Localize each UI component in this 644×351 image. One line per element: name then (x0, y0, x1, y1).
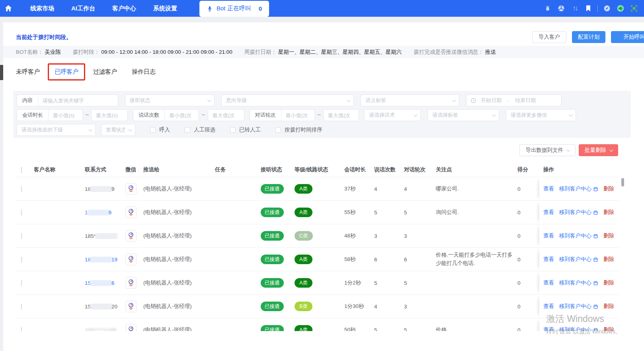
session-duration-max-input[interactable] (92, 112, 127, 118)
cell-grade: A类 (295, 278, 344, 288)
nav-item[interactable]: 系统设置 (153, 5, 177, 12)
filter-checkbox[interactable]: 人工筛选 (185, 126, 215, 133)
megaphone-icon[interactable] (616, 4, 625, 13)
row-checkbox[interactable] (21, 280, 22, 286)
intent-level-select[interactable]: 意向等级 (221, 94, 354, 106)
checkbox-icon[interactable] (275, 127, 281, 133)
view-link[interactable]: 查看 (543, 209, 554, 216)
script-select[interactable]: 请选择话术 (364, 109, 421, 121)
row-checkbox[interactable] (21, 304, 22, 310)
cell-phone: 189 (85, 186, 125, 192)
checkbox-icon[interactable] (185, 127, 190, 133)
weekdays-label: 周拨打日期： (244, 49, 277, 56)
export-data-button[interactable]: 导出数据到文件 (519, 144, 576, 156)
android-icon[interactable] (543, 4, 552, 13)
move-to-customer-center-link[interactable]: 移到客户中心 (559, 209, 598, 216)
delete-link[interactable]: 删除 (603, 279, 614, 286)
more-wechat-select[interactable]: 请选择更多微信 (506, 109, 576, 121)
aperture-icon[interactable] (557, 4, 566, 13)
move-to-customer-center-link[interactable]: 移到客户中心 (559, 185, 598, 192)
session-duration-min-input[interactable] (49, 112, 82, 118)
wechat-app-logo-icon[interactable] (125, 253, 137, 265)
nav-item[interactable]: AI工作台 (71, 5, 95, 12)
nav-item[interactable]: 客户中心 (112, 5, 136, 12)
tab[interactable]: 操作日志 (132, 68, 156, 76)
row-checkbox[interactable] (21, 210, 22, 216)
checkbox-label: 已转人工 (239, 126, 261, 133)
view-link[interactable]: 查看 (543, 303, 554, 310)
cell-grade: A类 (295, 255, 344, 264)
view-link[interactable]: 查看 (543, 232, 554, 239)
row-checkbox[interactable] (21, 233, 22, 239)
select-all-checkbox[interactable] (21, 167, 22, 173)
delete-link[interactable]: 删除 (603, 256, 614, 263)
talk-count-min-input[interactable] (165, 112, 199, 118)
move-to-customer-center-link[interactable]: 移到客户中心 (559, 256, 598, 263)
row-checkbox[interactable] (21, 327, 22, 331)
checkbox-icon[interactable] (150, 127, 156, 133)
push-subordinate-select[interactable]: 请选择推送的下级 (17, 124, 96, 136)
grade-badge: A类 (295, 208, 312, 217)
move-to-customer-center-link[interactable]: 移到客户中心 (559, 279, 598, 286)
checkbox-icon[interactable] (230, 127, 236, 133)
clock-icon (470, 98, 476, 104)
tab[interactable]: 已呼客户 (55, 68, 78, 76)
home-icon[interactable] (4, 4, 13, 13)
import-customers-button[interactable]: 导入客户 (532, 31, 566, 43)
move-to-customer-center-link[interactable]: 移到客户中心 (559, 232, 598, 239)
wechat-app-logo-icon[interactable] (125, 230, 137, 242)
view-link[interactable]: 查看 (543, 256, 554, 263)
answer-status-badge: 已接通 (261, 184, 284, 194)
date-range-picker[interactable]: 开始日期 - 结束日期 (466, 94, 562, 106)
delete-link[interactable]: 删除 (603, 303, 614, 310)
cell-focus: 哪家公司. (436, 185, 517, 193)
wechat-app-logo-icon[interactable] (125, 183, 137, 195)
view-link[interactable]: 查看 (543, 279, 554, 286)
keyword-input[interactable] (38, 98, 118, 104)
view-link[interactable]: 查看 (543, 185, 554, 192)
compass-icon[interactable] (603, 4, 611, 13)
filter-checkbox[interactable]: 呼入 (150, 126, 170, 133)
move-to-customer-center-link[interactable]: 移到客户中心 (559, 326, 598, 331)
cell-phone: 1520 (85, 304, 125, 310)
nav-item[interactable]: 线索市场 (30, 5, 54, 12)
wechat-app-logo-icon[interactable] (125, 300, 137, 312)
delete-link[interactable]: 删除 (603, 185, 614, 192)
row-checkbox[interactable] (21, 257, 22, 263)
semantic-tag-select[interactable]: 语义标签 (361, 94, 459, 106)
wechat-app-logo-icon[interactable] (125, 206, 137, 218)
wechat-app-logo-icon[interactable] (125, 324, 137, 331)
delete-link[interactable]: 删除 (603, 209, 614, 216)
bookmark-icon[interactable] (584, 4, 593, 13)
table-scrollbar-thumb[interactable] (621, 178, 624, 186)
cell-grade: A类 (295, 208, 344, 217)
configure-plan-button[interactable]: 配置计划 (572, 31, 605, 43)
move-icon (593, 327, 598, 331)
filter-checkbox[interactable]: 按拨打时间排序 (275, 126, 322, 133)
dialog-rounds-max-input[interactable] (324, 112, 359, 118)
delete-link[interactable]: 删除 (603, 326, 614, 331)
tag-select[interactable]: 请选择标签 (427, 109, 499, 121)
wechat-app-logo-icon[interactable] (125, 277, 137, 289)
sort-arrows-icon[interactable]: ↑↓ (570, 4, 579, 13)
tab[interactable]: 过滤客户 (93, 68, 117, 76)
filter-checkbox[interactable]: 已转人工 (230, 126, 261, 133)
answer-status-select[interactable]: 接听状态 (125, 94, 215, 106)
bot-calling-pill[interactable]: Bot 正在呼叫 0 (199, 1, 269, 17)
talk-count-max-input[interactable] (208, 112, 244, 118)
row-checkbox[interactable] (21, 186, 22, 192)
dialog-rounds-min-input[interactable] (281, 112, 314, 118)
delete-link[interactable]: 删除 (603, 232, 614, 239)
content-label: 内容 (17, 95, 38, 106)
semantic-tag-placeholder: 语义标签 (361, 97, 449, 104)
view-status-select[interactable]: 查看状态 (101, 124, 135, 136)
cell-wechat (125, 277, 143, 289)
tab[interactable]: 未呼客户 (16, 68, 40, 76)
move-to-customer-center-link[interactable]: 移到客户中心 (559, 303, 598, 310)
screenshot-icon[interactable] (630, 4, 638, 13)
start-call-button[interactable]: 开始呼叫 (611, 31, 644, 43)
cell-focus: 价格. (436, 326, 517, 331)
batch-delete-button[interactable]: 批量删除 (579, 144, 618, 156)
bot-name-label: BOT名称： (16, 49, 43, 56)
view-link[interactable]: 查看 (543, 326, 554, 331)
